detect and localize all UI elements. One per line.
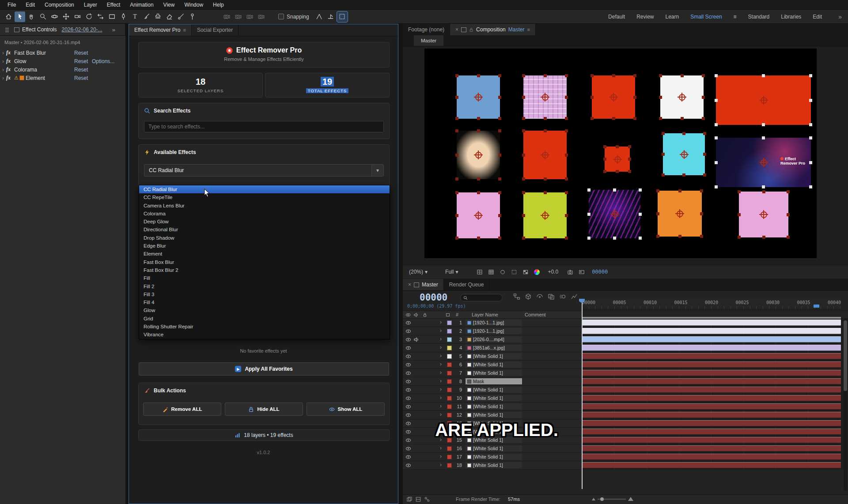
effect-controls-tab[interactable]: Effect Controls 2026-02-06 20-... » — [0, 24, 125, 35]
layer-name-cell[interactable]: Mask — [466, 378, 522, 384]
show-snapshot-icon[interactable] — [578, 268, 586, 275]
dropdown-option[interactable]: Vibrance — [139, 331, 390, 339]
workspace-tab[interactable]: Edit — [807, 14, 828, 20]
effect-name[interactable]: Element — [26, 75, 45, 81]
eye-icon[interactable] — [405, 463, 411, 469]
workspace-tab[interactable]: Libraries — [775, 14, 807, 20]
expand-chevron-icon[interactable]: › — [0, 58, 6, 64]
snap-marquee-icon[interactable] — [337, 11, 348, 22]
selection-tool-icon[interactable] — [15, 11, 25, 22]
tab-timeline-master[interactable]: × Master — [403, 279, 444, 290]
layer-duration-bar[interactable] — [582, 320, 841, 326]
layer-name-cell[interactable]: [White Solid 1] — [466, 462, 522, 468]
layer-color-swatch[interactable] — [447, 379, 452, 384]
tab-footage[interactable]: Footage (none) — [403, 24, 450, 35]
menu-item[interactable]: File — [3, 2, 21, 8]
layer-duration-bar[interactable] — [582, 454, 841, 460]
dropdown-option[interactable]: Fill 2 — [139, 282, 390, 290]
frame-blend-icon[interactable] — [548, 293, 555, 300]
search-input[interactable] — [144, 121, 384, 132]
layer-color-swatch[interactable] — [447, 354, 452, 359]
graph-editor-icon[interactable] — [571, 293, 578, 300]
view-layout-icon[interactable] — [476, 268, 484, 275]
tab-render-queue[interactable]: Render Queue — [444, 279, 490, 290]
layer-name-cell[interactable]: [White Solid 1] — [466, 361, 522, 368]
layer-name-cell[interactable]: [White Solid 1] — [466, 412, 522, 418]
eye-icon[interactable] — [405, 337, 411, 343]
dropdown-option[interactable]: CC Radial Blur — [139, 185, 390, 193]
effect-name[interactable]: Glow — [14, 58, 26, 64]
brush-tool-icon[interactable] — [141, 11, 151, 22]
reset-link[interactable]: Reset — [74, 67, 88, 73]
dropdown-option[interactable]: Fast Box Blur 2 — [139, 266, 390, 274]
workspace-tab[interactable]: Review — [631, 14, 659, 20]
bulk-action-button[interactable]: Hide ALL — [225, 402, 303, 416]
workspace-tab[interactable]: ≡ — [728, 14, 742, 20]
menu-item[interactable]: View — [159, 2, 180, 8]
pen-tool-icon[interactable] — [118, 11, 129, 22]
eye-icon[interactable] — [405, 438, 411, 444]
layer-duration-bar[interactable] — [582, 378, 841, 384]
eye-icon[interactable] — [405, 320, 411, 327]
expand-chevron-icon[interactable]: › — [440, 344, 442, 350]
expand-chevron-icon[interactable]: › — [440, 403, 442, 409]
comment-column-label[interactable]: Comment — [525, 312, 546, 317]
layer-name-column-label[interactable]: Layer Name — [472, 312, 498, 317]
orbit-camera-tool-icon[interactable] — [49, 11, 60, 22]
zoom-track[interactable] — [598, 499, 626, 500]
layer-name-cell[interactable]: [2026-0....mp4] — [466, 336, 522, 342]
effect-row[interactable]: › fx ⚠ Element Reset — [0, 74, 125, 82]
effect-row[interactable]: › fx ⚠ Glow Reset Options... — [0, 57, 125, 65]
effect-select[interactable]: CC Radial Blur ▾ — [144, 164, 384, 177]
snapshot-camera-icon[interactable] — [566, 268, 574, 275]
eye-icon[interactable] — [405, 404, 411, 410]
proxy-icon[interactable] — [415, 496, 421, 504]
eye-icon[interactable] — [405, 387, 411, 394]
expand-chevron-icon[interactable]: › — [0, 75, 6, 81]
comp-layer[interactable] — [523, 75, 567, 119]
panel-menu-icon[interactable]: ≡ — [527, 27, 530, 32]
viewer-subtab-master[interactable]: Master — [414, 35, 443, 46]
apply-all-favorites-button[interactable]: ▶ Apply All Favorites — [139, 362, 389, 376]
comp-layer[interactable] — [457, 192, 500, 238]
camera-pan-icon[interactable] — [233, 11, 243, 22]
comp-layer[interactable]: Effect Remover Pro — [716, 138, 811, 187]
eye-icon[interactable] — [405, 362, 411, 369]
dropdown-option[interactable]: Fill 3 — [139, 290, 390, 298]
layer-name-cell[interactable]: [White Solid 1] — [466, 445, 522, 451]
mask-toggle-icon[interactable] — [499, 268, 507, 275]
dropdown-option[interactable]: Element — [139, 250, 390, 258]
pan-behind-tool-icon[interactable] — [95, 11, 106, 22]
layer-duration-bar[interactable] — [582, 412, 841, 418]
layer-duration-bar[interactable] — [582, 387, 841, 393]
layer-duration-bar[interactable] — [582, 345, 841, 351]
eye-icon[interactable] — [405, 413, 411, 419]
tab-social-exporter[interactable]: Social Exporter — [192, 24, 238, 36]
color-channels-icon[interactable] — [534, 269, 540, 275]
comp-layer[interactable] — [523, 131, 567, 179]
expand-chevron-icon[interactable]: › — [0, 67, 6, 73]
close-icon[interactable]: × — [455, 26, 458, 33]
layer-color-swatch[interactable] — [447, 371, 452, 376]
zoom-thumb[interactable] — [600, 497, 604, 501]
eye-icon[interactable] — [405, 455, 411, 461]
comp-layer[interactable] — [739, 192, 788, 237]
expand-chevron-icon[interactable]: › — [440, 369, 442, 376]
comp-layer[interactable] — [660, 75, 704, 119]
expand-chevron-icon[interactable]: › — [440, 395, 442, 401]
eye-icon[interactable] — [405, 446, 411, 452]
eye-icon[interactable] — [405, 429, 411, 436]
layer-duration-bar[interactable] — [582, 462, 841, 468]
workspace-tab[interactable]: Standard — [742, 14, 776, 20]
camera-dolly-icon[interactable] — [244, 11, 255, 22]
expand-chevron-icon[interactable]: › — [0, 50, 6, 56]
layer-duration-bar[interactable] — [582, 361, 841, 368]
hash-column-label[interactable]: # — [456, 312, 458, 317]
eye-column-icon[interactable] — [405, 312, 411, 319]
layer-color-swatch[interactable] — [447, 362, 452, 367]
puppet-pin-tool-icon[interactable] — [187, 11, 197, 22]
eye-icon[interactable] — [405, 379, 411, 385]
reset-link[interactable]: Reset — [74, 58, 88, 64]
zoom-in-icon[interactable] — [628, 497, 633, 501]
dropdown-option[interactable]: Edge Blur — [139, 242, 390, 250]
